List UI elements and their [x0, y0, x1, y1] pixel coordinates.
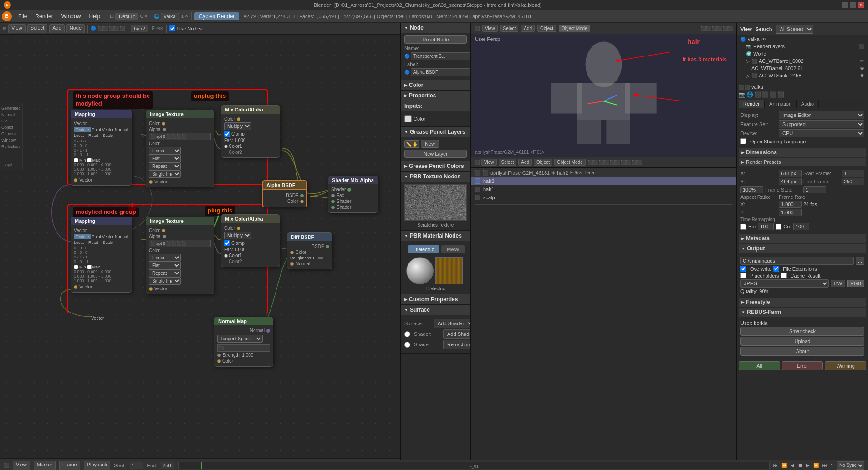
properties-section-header[interactable]: ▶ Properties — [401, 91, 470, 101]
outliner-item-world[interactable]: 🌍 World — [742, 50, 868, 57]
aspect-y-input[interactable] — [779, 209, 802, 216]
file-menu[interactable]: File — [15, 12, 31, 20]
texture-icon[interactable]: ⬛ — [762, 91, 769, 98]
cro-input[interactable] — [793, 223, 809, 230]
node-canvas[interactable]: this node group should bemodyfied unplug… — [0, 35, 400, 470]
pbr-material-header[interactable]: ▼ PBR Material Nodes — [401, 231, 470, 241]
repeat-select-top[interactable]: Repeat — [149, 162, 181, 170]
eye-icon-valka[interactable]: 👁 — [761, 37, 766, 42]
overwrite-checkbox[interactable] — [740, 266, 746, 272]
file-ext-checkbox[interactable] — [773, 266, 779, 272]
dielectric-tab[interactable]: Dielectric — [408, 245, 439, 253]
help-menu[interactable]: Help — [85, 12, 104, 20]
x-input[interactable] — [779, 170, 802, 177]
scenes-select-outliner[interactable]: All Scenes — [776, 25, 813, 34]
scene-icon[interactable]: 🌐 — [746, 91, 753, 98]
single-image-select-top[interactable]: Single Image — [149, 170, 181, 178]
material-icon[interactable]: ⬛ — [754, 91, 761, 98]
device-select[interactable]: CPU — [779, 129, 864, 137]
audio-tab[interactable]: Audio — [797, 100, 819, 108]
end-frame-input[interactable] — [842, 178, 864, 185]
cache-result-checkbox[interactable] — [781, 273, 787, 278]
output-toggle[interactable]: ▼ Output — [739, 244, 866, 253]
window-menu[interactable]: Window — [58, 12, 85, 20]
mix-color-node-bot[interactable]: Mix Color/Alpha Color Multiply Clamp Fac… — [221, 214, 280, 267]
prev-frame-icon[interactable]: ⏮ — [773, 463, 778, 468]
mapping-node-top[interactable]: Mapping Vector Texture Point Vector Norm… — [71, 110, 132, 186]
dimensions-toggle[interactable]: ▶ Dimensions — [739, 148, 866, 157]
output-path-input[interactable] — [740, 257, 854, 265]
normal-image[interactable]: ⬛ — [217, 344, 270, 352]
metadata-toggle[interactable]: ▶ Metadata — [739, 234, 866, 243]
add-menu-btn[interactable]: Add — [49, 24, 65, 33]
material-item-hair2[interactable]: hair2 — [471, 177, 736, 185]
eye-icon-barrel2[interactable]: 👁 — [860, 66, 864, 71]
about-btn[interactable]: About — [740, 347, 864, 356]
maximize-button[interactable]: □ — [850, 2, 856, 8]
min-checkbox-bot[interactable] — [74, 265, 78, 269]
image-texture-node-top[interactable]: Image Texture Color Alpha ⬛apt 6⬛⬛⬛⬛ Col… — [146, 110, 214, 187]
view-label-outliner[interactable]: View — [740, 26, 752, 32]
physics-icon[interactable]: ⬛ — [777, 91, 784, 98]
metal-tab[interactable]: Metal — [441, 245, 465, 253]
timeline[interactable]: F_01 — [178, 462, 770, 469]
use-nodes-checkbox[interactable] — [169, 25, 175, 31]
vp-object-mode-btn2[interactable]: Object Mode — [554, 159, 586, 166]
image-texture-node-bot[interactable]: Image Texture Color Alpha ⬛apt 6⬛⬛⬛⬛ Col… — [146, 217, 214, 294]
cro-checkbox[interactable] — [776, 224, 781, 230]
min-checkbox-top[interactable] — [74, 158, 78, 162]
render-tab[interactable]: Render — [739, 100, 765, 108]
next-key-icon[interactable]: ⏩ — [813, 463, 819, 468]
render-menu[interactable]: Render — [31, 12, 56, 20]
shader1-radio[interactable] — [404, 331, 410, 337]
bor-input[interactable] — [758, 223, 774, 230]
material-item-scalp[interactable]: scalp — [471, 193, 736, 202]
render-engine-select[interactable]: Cycles Render — [194, 12, 240, 20]
color-section-header[interactable]: ▶ Color — [401, 80, 470, 90]
play-back-icon[interactable]: ◀ — [791, 463, 794, 468]
camera-icon[interactable]: 📷 — [739, 91, 745, 98]
linear-select-top[interactable]: Linear — [149, 147, 181, 155]
outliner-item-sack[interactable]: ▷ ⬛ AC_WTSack_2458 👁 — [742, 72, 868, 79]
rebus-toggle[interactable]: ▼ REBUS-Farm — [739, 308, 866, 317]
inputs-section-header[interactable]: Inputs: — [401, 101, 470, 111]
color-swatch[interactable] — [404, 115, 412, 122]
texture-btn[interactable]: Texture — [74, 127, 91, 132]
image-selector[interactable]: ⬛apt 6⬛⬛⬛⬛ — [149, 133, 211, 140]
eye-icon-renderlayers[interactable]: ⬛ — [859, 44, 864, 49]
alpha-bsdf-node[interactable]: Alpha BSDF BSDF Color — [262, 180, 307, 207]
view-menu-btn[interactable]: View — [8, 24, 26, 33]
eye-icon-sack[interactable]: 👁 — [860, 73, 864, 78]
y-input[interactable] — [779, 178, 802, 185]
point-btn[interactable]: Point — [92, 127, 102, 132]
percent-input[interactable] — [740, 186, 763, 193]
scene-select[interactable]: valka — [161, 13, 179, 20]
normal-map-node[interactable]: Normal Map Normal Tangent Space ⬛ Streng… — [214, 317, 273, 367]
warning-btn[interactable]: Warning — [825, 361, 866, 370]
view-status-btn[interactable]: View — [13, 461, 30, 470]
outliner-item-barrel2[interactable]: AC_WTBarrel_6002 6i 👁 — [748, 65, 868, 72]
mix-color-node-top[interactable]: Mix Color/Alpha Color Multiply Clamp Fac… — [221, 105, 280, 158]
all-btn[interactable]: All — [739, 361, 780, 370]
render-presets-btn[interactable]: ▶ Render Presets — [739, 158, 866, 166]
max-checkbox-top[interactable] — [87, 158, 92, 162]
vp-object-btn2[interactable]: Object — [534, 159, 552, 166]
aspect-x-input[interactable] — [779, 201, 802, 208]
max-checkbox-bot[interactable] — [87, 265, 92, 269]
vector-normal-btn[interactable]: Vector Normal — [102, 127, 128, 132]
outliner-item-renderlayers[interactable]: 📷 RenderLayers ⬛ — [742, 43, 868, 50]
vector-normal-btn-bot[interactable]: Vector Normal — [102, 234, 128, 239]
vp-add-btn[interactable]: Add — [521, 25, 535, 32]
surface-header[interactable]: ▼ Surface — [401, 305, 470, 315]
feature-set-select[interactable]: Supported — [779, 120, 864, 128]
gp-new-btn[interactable]: New — [421, 140, 439, 148]
flat-select-top[interactable]: Flat — [149, 155, 181, 162]
vp-object-mode-btn[interactable]: Object Mode — [559, 25, 590, 32]
eye-icon-barrel1[interactable]: 👁 — [860, 59, 864, 64]
tangent-space-select[interactable]: Tangent Space — [217, 335, 263, 343]
play-icon[interactable]: ▶ — [806, 463, 810, 468]
image-selector-bot[interactable]: ⬛apt 6⬛⬛⬛⬛ — [149, 240, 211, 247]
particles-icon[interactable]: ⬛ — [770, 91, 776, 98]
point-btn-bot[interactable]: Point — [92, 234, 102, 239]
outliner-item-valka[interactable]: 🔵 valka 👁 — [737, 35, 868, 43]
